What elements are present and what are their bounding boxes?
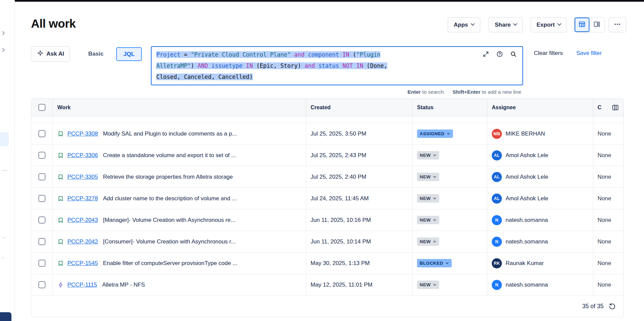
ai-sparkle-icon [37, 50, 43, 58]
assignee-cell: RKRaunak Kumar [487, 253, 593, 274]
issue-key-link[interactable]: PCCP-2043 [67, 217, 98, 224]
status-cell: NEW [413, 231, 487, 252]
comments-cell: None [593, 253, 623, 274]
jql-selection: AlletraMP") AND issuetype IN (Epic, Stor… [156, 62, 387, 69]
comments-value: None [598, 152, 611, 159]
issue-key-link[interactable]: PCCP-3308 [67, 130, 98, 137]
created-cell: May 30, 2025, 1:13 PM [306, 253, 413, 274]
export-button[interactable]: Export [530, 17, 567, 32]
issue-key-link[interactable]: PCCP-3306 [67, 152, 98, 159]
columns-settings-icon[interactable] [612, 104, 619, 111]
help-icon[interactable] [496, 51, 503, 58]
select-all-checkbox[interactable] [38, 104, 45, 111]
status-badge[interactable]: NEW [417, 216, 439, 224]
export-button-label: Export [537, 22, 555, 28]
column-header-assignee[interactable]: Assignee [487, 99, 593, 116]
comments-value: None [598, 195, 611, 202]
jql-token: (Done, [366, 62, 387, 69]
row-checkbox[interactable] [38, 238, 45, 245]
story-icon [57, 260, 64, 267]
issue-key-link[interactable]: PCCP-3278 [67, 195, 98, 202]
status-badge[interactable]: NEW [417, 173, 439, 181]
row-checkbox[interactable] [38, 195, 45, 202]
column-header-status[interactable]: Status [413, 99, 487, 116]
select-all-cell [31, 99, 53, 116]
sidebar-item-partial: ... [2, 166, 7, 172]
share-button[interactable]: Share [489, 17, 523, 32]
issue-summary[interactable]: Retrieve the storage properties from All… [103, 174, 233, 180]
mode-basic-button[interactable]: Basic [84, 46, 107, 62]
story-icon [57, 195, 64, 202]
refresh-icon[interactable] [608, 302, 616, 310]
comments-cell: None [593, 188, 623, 209]
jql-editor-tools [482, 51, 517, 58]
chevron-down-icon [433, 283, 437, 287]
issue-key-link[interactable]: PCCP-3305 [67, 174, 98, 180]
row-checkbox[interactable] [38, 130, 45, 137]
avatar: N [492, 237, 502, 247]
assignee-name: natesh.somanna [506, 282, 548, 288]
issue-summary[interactable]: Modify SAL and Plugin to include comment… [103, 130, 237, 137]
assignee-name: Raunak Kumar [506, 260, 544, 267]
jql-token: and [301, 62, 318, 69]
save-filter-link[interactable]: Save filter [576, 50, 602, 57]
sidebar-item-partial: .. [2, 233, 6, 239]
row-checkbox[interactable] [38, 173, 45, 180]
chevron-right-icon[interactable] [1, 30, 6, 37]
status-badge[interactable]: NEW [417, 281, 439, 289]
apps-button[interactable]: Apps [448, 17, 480, 32]
issue-summary[interactable]: [Manager]- Volume Creation with Asynchro… [103, 217, 235, 224]
avatar: AL [492, 172, 502, 182]
status-badge[interactable]: NEW [417, 194, 439, 203]
jql-token: and [291, 51, 308, 58]
jql-token: issuetype [212, 62, 243, 69]
status-badge[interactable]: NEW [417, 237, 439, 246]
column-header-comments[interactable]: C [593, 99, 623, 116]
column-label: Created [311, 105, 331, 111]
assignee-cell: ALAmol Ashok Lele [487, 188, 593, 209]
search-hints: Enter to searchShift+Enter to add a new … [151, 89, 521, 95]
row-checkbox[interactable] [38, 260, 45, 267]
issue-summary[interactable]: Create a standalone volume and export it… [103, 152, 236, 159]
avatar: RK [492, 258, 502, 268]
more-actions-button[interactable] [609, 17, 626, 32]
jql-token: (Epic, Story) [256, 62, 301, 69]
clear-filters-button[interactable]: Clear filters [534, 50, 563, 57]
issue-key-link[interactable]: PCCP-2042 [67, 238, 98, 245]
view-switcher [574, 17, 605, 32]
jql-editor[interactable]: Project = "Private Cloud Control Plane" … [151, 46, 523, 85]
column-header-work[interactable]: Work [53, 99, 306, 116]
row-checkbox[interactable] [38, 152, 45, 159]
mode-jql-button[interactable]: JQL [116, 47, 142, 61]
list-view-button[interactable] [575, 18, 589, 32]
chevron-right-icon[interactable] [1, 47, 6, 54]
status-badge[interactable]: ASSIGNED [417, 129, 453, 138]
created-cell: Jun 11, 2025, 10:16 PM [306, 209, 413, 231]
hint-enter-key: Enter [408, 89, 421, 95]
table-row-partial [31, 116, 623, 123]
row-checkbox[interactable] [38, 216, 45, 224]
ask-ai-label: Ask AI [46, 51, 64, 57]
assignee-name: natesh.somanna [506, 217, 548, 224]
status-badge[interactable]: BLOCKED [417, 259, 452, 267]
issue-key-link[interactable]: PCCP-1115 [67, 282, 97, 288]
issue-key-link[interactable]: PCCP-1545 [67, 260, 98, 267]
detail-view-button[interactable] [589, 18, 604, 32]
ask-ai-button[interactable]: Ask AI [31, 46, 70, 62]
story-icon [57, 217, 64, 224]
search-icon[interactable] [510, 51, 517, 58]
table-row: PCCP-2042[Consumer]- Volume Creation wit… [31, 231, 623, 253]
issue-summary[interactable]: Add cluster name to the description of v… [103, 195, 237, 202]
column-header-created[interactable]: Created [306, 99, 413, 116]
expand-icon[interactable] [482, 51, 489, 58]
row-checkbox[interactable] [38, 281, 45, 288]
sidebar-active-item[interactable] [0, 132, 9, 146]
table-row: PCCP-3305Retrieve the storage properties… [31, 166, 623, 188]
issue-summary[interactable]: Enable filter of computeServer provision… [103, 260, 237, 267]
status-badge[interactable]: NEW [417, 151, 439, 159]
issue-summary[interactable]: [Consumer]- Volume Creation with Asynchr… [103, 238, 236, 245]
jql-editor-content: Project = "Private Cloud Control Plane" … [156, 49, 518, 83]
issue-summary[interactable]: Alletra MP - NFS [102, 282, 145, 288]
assignee-name: natesh.somanna [506, 238, 548, 245]
epic-icon [57, 282, 64, 288]
